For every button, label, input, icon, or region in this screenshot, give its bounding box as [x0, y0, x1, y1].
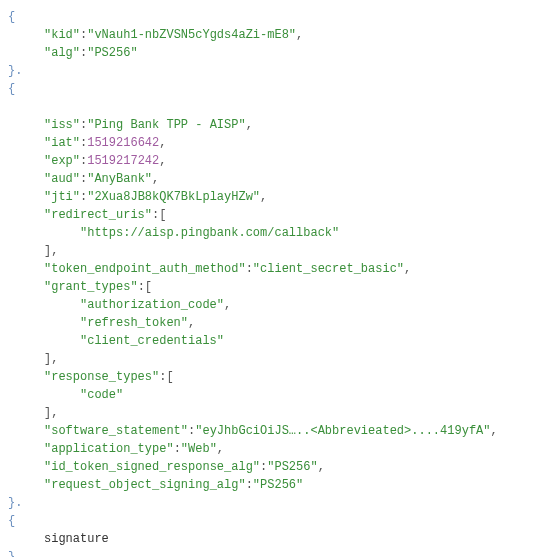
brace-open: {	[8, 82, 15, 96]
brace-close-dot: }.	[8, 496, 22, 510]
response-types-key: "response_types"	[44, 370, 159, 384]
grant-types-key: "grant_types"	[44, 280, 138, 294]
id-token-alg-value: "PS256"	[267, 460, 317, 474]
brace-open: {	[8, 514, 15, 528]
kid-value: "vNauh1-nbZVSN5cYgds4aZi-mE8"	[87, 28, 296, 42]
grant-types-2: "client_credentials"	[80, 334, 224, 348]
iat-key: "iat"	[44, 136, 80, 150]
kid-key: "kid"	[44, 28, 80, 42]
jti-value: "2Xua8JB8kQK7BkLplayHZw"	[87, 190, 260, 204]
jti-key: "jti"	[44, 190, 80, 204]
team-value: "client_secret_basic"	[253, 262, 404, 276]
id-token-alg-key: "id_token_signed_response_alg"	[44, 460, 260, 474]
software-statement-key: "software_statement"	[44, 424, 188, 438]
brace-open: {	[8, 10, 15, 24]
grant-types-1: "refresh_token"	[80, 316, 188, 330]
exp-key: "exp"	[44, 154, 80, 168]
request-object-alg-value: "PS256"	[253, 478, 303, 492]
application-type-value: "Web"	[181, 442, 217, 456]
aud-key: "aud"	[44, 172, 80, 186]
aud-value: "AnyBank"	[87, 172, 152, 186]
jwt-code-block: { "kid":"vNauh1-nbZVSN5cYgds4aZi-mE8", "…	[8, 8, 534, 557]
redirect-uris-key: "redirect_uris"	[44, 208, 152, 222]
signature-label: signature	[44, 532, 109, 546]
grant-types-0: "authorization_code"	[80, 298, 224, 312]
iss-value: "Ping Bank TPP - AISP"	[87, 118, 245, 132]
alg-key: "alg"	[44, 46, 80, 60]
iss-key: "iss"	[44, 118, 80, 132]
team-key: "token_endpoint_auth_method"	[44, 262, 246, 276]
iat-value: 1519216642	[87, 136, 159, 150]
brace-close-dot: }.	[8, 64, 22, 78]
alg-value: "PS256"	[87, 46, 137, 60]
response-types-0: "code"	[80, 388, 123, 402]
software-statement-value: "eyJhbGciOiJS…..<Abbrevieated>....419yfA…	[195, 424, 490, 438]
redirect-uris-0: "https://aisp.pingbank.com/callback"	[80, 226, 339, 240]
brace-close: }	[8, 550, 15, 557]
application-type-key: "application_type"	[44, 442, 174, 456]
request-object-alg-key: "request_object_signing_alg"	[44, 478, 246, 492]
exp-value: 1519217242	[87, 154, 159, 168]
